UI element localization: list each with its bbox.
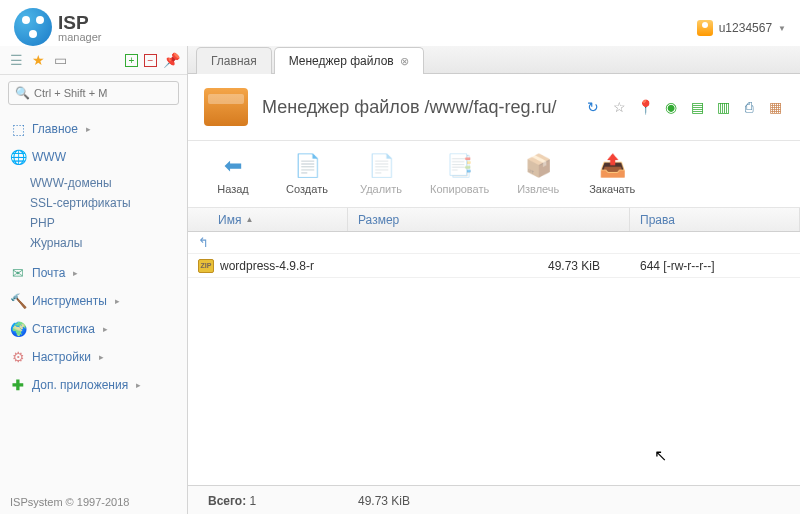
content-area: Главная Менеджер файлов ⊗ Менеджер файло… — [188, 46, 800, 514]
nav-stats[interactable]: 🌍 Статистика ▸ — [0, 315, 187, 343]
toolbar-extract[interactable]: 📦 Извлечь — [513, 153, 563, 195]
chevron-right-icon: ▸ — [115, 296, 120, 306]
chevron-right-icon: ▸ — [86, 124, 91, 134]
toolbar-copy[interactable]: 📑 Копировать — [430, 153, 489, 195]
app-header: ISP manager u1234567 ▼ — [0, 0, 800, 46]
upload-icon: 📤 — [599, 153, 625, 179]
nav-tools[interactable]: 🔨 Инструменты ▸ — [0, 287, 187, 315]
file-row[interactable]: ZIP wordpress-4.9.8-r 49.73 KiB 644 [-rw… — [188, 254, 800, 278]
nav-addons[interactable]: ✚ Доп. приложения ▸ — [0, 371, 187, 399]
chevron-right-icon: ▸ — [73, 268, 78, 278]
logo-brand: ISP — [58, 12, 89, 33]
user-avatar-icon — [697, 20, 713, 36]
close-icon[interactable]: ⊗ — [400, 55, 409, 68]
tab-bar: Главная Менеджер файлов ⊗ — [188, 46, 800, 74]
col-name-label: Имя — [218, 213, 241, 227]
toolbar-upload[interactable]: 📤 Закачать — [587, 153, 637, 195]
logo-text: ISP manager — [58, 12, 101, 43]
home-icon: ⬚ — [10, 121, 26, 137]
toolbar-back[interactable]: ⬅ Назад — [208, 153, 258, 195]
file-perms: 644 [-rw-r--r--] — [630, 259, 800, 273]
file-size: 49.73 KiB — [358, 259, 630, 273]
globe-icon: 🌐 — [10, 149, 26, 165]
logo-icon — [14, 8, 52, 46]
nav-mail-label: Почта — [32, 266, 65, 280]
chart-icon: 🌍 — [10, 321, 26, 337]
table-body: ↰ ZIP wordpress-4.9.8-r 49.73 KiB 644 [-… — [188, 232, 800, 278]
search-input[interactable] — [34, 87, 172, 99]
page-header: Менеджер файлов /www/faq-reg.ru/ ↻ ☆ 📍 ◉… — [188, 74, 800, 141]
pin-icon[interactable]: 📍 — [636, 98, 654, 116]
nav-sub-php[interactable]: PHP — [30, 213, 187, 233]
nav-addons-label: Доп. приложения — [32, 378, 128, 392]
menu-list-icon[interactable]: ☰ — [8, 52, 24, 68]
parent-dir-row[interactable]: ↰ — [188, 232, 800, 254]
tab-filemgr[interactable]: Менеджер файлов ⊗ — [274, 47, 424, 74]
toolbar-copy-label: Копировать — [430, 183, 489, 195]
logo-sub: manager — [58, 31, 101, 43]
pin-icon[interactable]: 📌 — [163, 52, 179, 68]
sidebar: ☰ ★ ▭ + − 📌 🔍 ⬚ Главное ▸ 🌐 WWW WWW-доме… — [0, 46, 188, 514]
back-icon: ⬅ — [220, 153, 246, 179]
status-size: 49.73 KiB — [358, 494, 410, 508]
mail-icon: ✉ — [10, 265, 26, 281]
refresh-icon[interactable]: ↻ — [584, 98, 602, 116]
nav-settings[interactable]: ⚙ Настройки ▸ — [0, 343, 187, 371]
search-box[interactable]: 🔍 — [8, 81, 179, 105]
toolbar-extract-label: Извлечь — [517, 183, 559, 195]
col-size[interactable]: Размер — [348, 208, 630, 231]
nav-www-sub: WWW-домены SSL-сертификаты PHP Журналы — [0, 171, 187, 259]
search-icon: 🔍 — [15, 86, 30, 100]
toolbar-create-label: Создать — [286, 183, 328, 195]
status-total-label: Всего: — [208, 494, 246, 508]
nav-www[interactable]: 🌐 WWW — [0, 143, 187, 171]
up-folder-icon: ↰ — [198, 235, 209, 250]
zip-icon: ZIP — [198, 259, 214, 273]
print-icon[interactable]: ⎙ — [740, 98, 758, 116]
app-logo: ISP manager — [14, 8, 101, 46]
toolbar-upload-label: Закачать — [589, 183, 635, 195]
extract-icon: 📦 — [525, 153, 551, 179]
doc-icon[interactable]: ▤ — [688, 98, 706, 116]
chevron-right-icon: ▸ — [136, 380, 141, 390]
chevron-right-icon: ▸ — [99, 352, 104, 362]
nav-list: ⬚ Главное ▸ 🌐 WWW WWW-домены SSL-сертифи… — [0, 111, 187, 488]
toolbar-delete[interactable]: 📄 Удалить — [356, 153, 406, 195]
nav-sub-ssl[interactable]: SSL-сертификаты — [30, 193, 187, 213]
file-name: wordpress-4.9.8-r — [220, 259, 358, 273]
nav-mail[interactable]: ✉ Почта ▸ — [0, 259, 187, 287]
chevron-right-icon: ▸ — [103, 324, 108, 334]
col-name[interactable]: Имя ▲ — [188, 208, 348, 231]
copy-file-icon: 📑 — [447, 153, 473, 179]
plus-addon-icon: ✚ — [10, 377, 26, 393]
footer-copyright: ISPsystem © 1997-2018 — [0, 488, 187, 514]
col-perms[interactable]: Права — [630, 208, 800, 231]
minus-icon[interactable]: − — [144, 54, 157, 67]
plus-icon[interactable]: + — [125, 54, 138, 67]
star-icon[interactable]: ☆ — [610, 98, 628, 116]
toolbar-create[interactable]: 📄 Создать — [282, 153, 332, 195]
nav-main[interactable]: ⬚ Главное ▸ — [0, 115, 187, 143]
header-actions: ↻ ☆ 📍 ◉ ▤ ▥ ⎙ ▦ — [584, 98, 784, 116]
user-name: u1234567 — [719, 21, 772, 35]
create-file-icon: 📄 — [294, 153, 320, 179]
action-green-icon[interactable]: ◉ — [662, 98, 680, 116]
star-icon[interactable]: ★ — [30, 52, 46, 68]
tab-home[interactable]: Главная — [196, 47, 272, 74]
file-toolbar: ⬅ Назад 📄 Создать 📄 Удалить 📑 Копировать… — [188, 141, 800, 208]
tab-filemgr-label: Менеджер файлов — [289, 54, 394, 68]
status-total-count: 1 — [250, 494, 257, 508]
tab-home-label: Главная — [211, 54, 257, 68]
status-bar: Всего: 1 49.73 KiB — [188, 485, 800, 514]
clipboard-icon[interactable]: ▭ — [52, 52, 68, 68]
status-total: Всего: 1 — [208, 494, 358, 508]
grid-icon[interactable]: ▦ — [766, 98, 784, 116]
nav-sub-domains[interactable]: WWW-домены — [30, 173, 187, 193]
sort-asc-icon: ▲ — [245, 215, 253, 224]
nav-sub-logs[interactable]: Журналы — [30, 233, 187, 253]
doc2-icon[interactable]: ▥ — [714, 98, 732, 116]
col-perms-label: Права — [640, 213, 675, 227]
nav-tools-label: Инструменты — [32, 294, 107, 308]
delete-file-icon: 📄 — [368, 153, 394, 179]
user-menu[interactable]: u1234567 ▼ — [697, 8, 786, 46]
